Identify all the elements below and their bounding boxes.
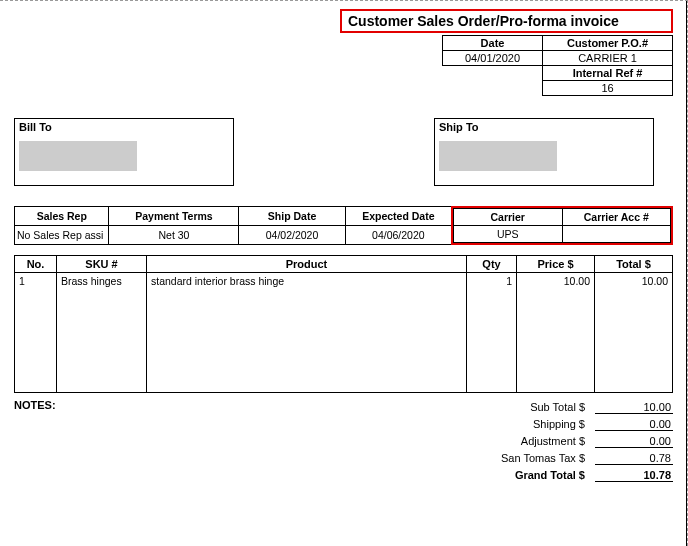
expected-header: Expected Date — [345, 207, 451, 226]
header-block: Date Customer P.O.# 04/01/2020 CARRIER 1… — [14, 35, 673, 96]
grand-total-label: Grand Total $ — [423, 469, 595, 482]
table-row: 1 Brass hinges standard interior brass h… — [15, 273, 673, 393]
carrier-value: UPS — [454, 226, 563, 243]
subtotal-value: 10.00 — [595, 401, 673, 414]
sales-rep-value: No Sales Rep assi — [15, 226, 109, 245]
sales-rep-header: Sales Rep — [15, 207, 109, 226]
line-no: 1 — [15, 273, 57, 393]
terms-header: Payment Terms — [109, 207, 239, 226]
col-sku: SKU # — [57, 256, 147, 273]
col-qty: Qty — [467, 256, 517, 273]
col-total: Total $ — [595, 256, 673, 273]
notes-label: NOTES: — [14, 399, 56, 484]
date-header: Date — [443, 36, 543, 51]
date-value: 04/01/2020 — [443, 51, 543, 66]
bill-to-box: Bill To — [14, 118, 234, 186]
adjustment-value: 0.00 — [595, 435, 673, 448]
ref-header: Internal Ref # — [543, 66, 673, 81]
po-value: CARRIER 1 — [543, 51, 673, 66]
subtotal-label: Sub Total $ — [423, 401, 595, 414]
expected-value: 04/06/2020 — [345, 226, 451, 245]
line-items-table: No. SKU # Product Qty Price $ Total $ 1 … — [14, 255, 673, 393]
adjustment-label: Adjustment $ — [423, 435, 595, 448]
tax-label: San Tomas Tax $ — [423, 452, 595, 465]
line-total: 10.00 — [595, 273, 673, 393]
terms-value: Net 30 — [109, 226, 239, 245]
grand-total-value: 10.78 — [595, 469, 673, 482]
totals-section: NOTES: Sub Total $ 10.00 Shipping $ 0.00… — [14, 399, 673, 484]
po-header: Customer P.O.# — [543, 36, 673, 51]
carrier-acc-value — [562, 226, 671, 243]
document-title: Customer Sales Order/Pro-forma invoice — [340, 9, 673, 33]
ship-to-redacted — [439, 141, 557, 171]
shipping-label: Shipping $ — [423, 418, 595, 431]
line-price: 10.00 — [517, 273, 595, 393]
col-price: Price $ — [517, 256, 595, 273]
ref-value: 16 — [543, 81, 673, 96]
col-no: No. — [15, 256, 57, 273]
ship-date-value: 04/02/2020 — [239, 226, 345, 245]
line-sku: Brass hinges — [57, 273, 147, 393]
ship-to-box: Ship To — [434, 118, 654, 186]
ship-date-header: Ship Date — [239, 207, 345, 226]
carrier-header: Carrier — [454, 209, 563, 226]
ship-to-label: Ship To — [435, 119, 653, 135]
details-row: Sales Rep Payment Terms Ship Date Expect… — [14, 206, 673, 245]
invoice-container: Customer Sales Order/Pro-forma invoice D… — [0, 0, 688, 546]
line-qty: 1 — [467, 273, 517, 393]
address-row: Bill To Ship To — [14, 118, 673, 186]
col-product: Product — [147, 256, 467, 273]
carrier-highlight-box: Carrier Carrier Acc # UPS — [451, 206, 673, 245]
bill-to-redacted — [19, 141, 137, 171]
carrier-acc-header: Carrier Acc # — [562, 209, 671, 226]
line-product: standard interior brass hinge — [147, 273, 467, 393]
bill-to-label: Bill To — [15, 119, 233, 135]
shipping-value: 0.00 — [595, 418, 673, 431]
tax-value: 0.78 — [595, 452, 673, 465]
